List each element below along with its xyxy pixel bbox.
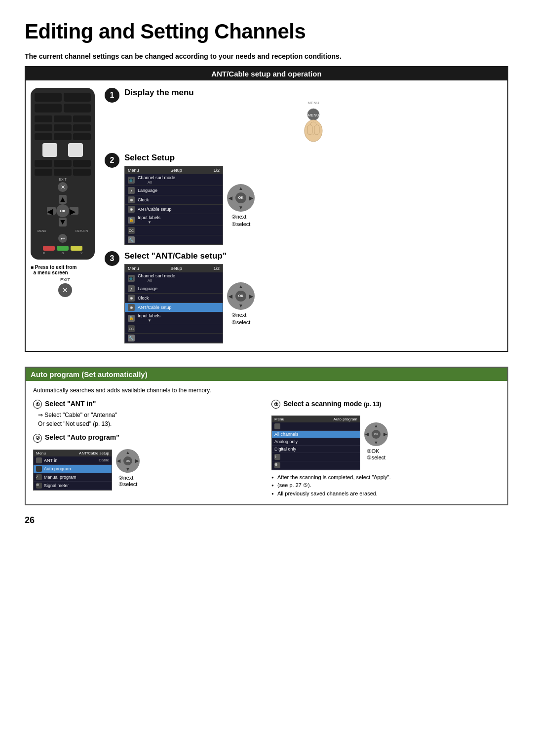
auto-notes: After the scanning is completed, select … — [271, 474, 500, 496]
step-1: 1 Display the menu MENU MENU — [105, 88, 502, 147]
step-2-content: Select Setup Menu Setup 1/2 📺 Channel — [124, 153, 502, 245]
auto-note-3: All previously saved channels are erased… — [271, 491, 500, 496]
step-3-nav-labels: ②next ①select — [231, 312, 251, 326]
menu-row-cc: CC — [125, 226, 223, 235]
remote-control-illustration: EXIT ✕ ▲ ▼ ◀ ▶ OK MENU RETURN — [31, 88, 100, 298]
auto-step1-sub1: Select "Cable" or "Antenna" — [33, 412, 262, 418]
auto-program-section: Auto program (Set automatically) Automat… — [25, 367, 508, 505]
ant-section-header: ANT/Cable setup and operation — [26, 67, 507, 80]
auto-menu-clock-icon: ⊕ — [272, 461, 360, 470]
svg-rect-5 — [314, 125, 319, 135]
menu-row-input-labels: 🔒 Input labels▼ — [125, 214, 223, 226]
step-2-menu-nav: Menu Setup 1/2 📺 Channel surf modeAll ♪ … — [124, 166, 502, 245]
step3-menu-row-ant-selected: ⊕ ANT/Cable setup — [125, 303, 223, 312]
nav-circle-step3: ▲ ▼ ◀ ▶ OK — [227, 282, 255, 310]
page-title: Editing and Setting Channels — [25, 20, 508, 43]
step-2-number: 2 — [105, 153, 119, 168]
step3-menu-row-lang: ♪ Language — [125, 284, 223, 294]
intro-text: The current channel settings can be chan… — [25, 52, 508, 60]
auto-menu-digital: Digital only — [272, 446, 360, 453]
menu-row-clock-1: ⊕ Clock — [125, 195, 223, 205]
auto-step2-title: ② Select "Auto program" — [33, 433, 262, 442]
step-3-title: Select "ANT/Cable setup" — [124, 251, 502, 261]
auto-menu-analog: Analog only — [272, 438, 360, 446]
auto-step1-sub2: Or select "Not used" (p. 13). — [33, 420, 262, 427]
auto-step3-nav: ▲ ▼ ◀ ▶ OK — [364, 422, 388, 446]
auto-step3-nav-labels: ②OK ①select — [367, 448, 386, 461]
step-1-number: 1 — [105, 88, 119, 103]
step-3-menu-nav: Menu Setup 1/2 📺 Channel surf modeAll ♪ … — [124, 264, 502, 343]
svg-text:MENU: MENU — [307, 113, 319, 117]
step3-menu-row-cc: CC — [125, 324, 223, 334]
auto-step2-nav-labels: ②next ①select — [118, 475, 138, 488]
steps-container: 1 Display the menu MENU MENU — [105, 88, 502, 343]
step3-menu-row-clock: ⊕ Clock — [125, 294, 223, 303]
auto-menu-manual-prog: ♪ Manual program — [34, 473, 112, 482]
ant-cable-section: ANT/Cable setup and operation — [25, 66, 508, 352]
auto-desc: Automatically searches and adds availabl… — [33, 387, 500, 394]
svg-rect-4 — [307, 125, 312, 135]
step3-menu-row-input: 🔒 Input labels▼ — [125, 312, 223, 324]
menu-row-ant-cable: ⊕ ANT/Cable setup — [125, 205, 223, 214]
step-2-menu-screen: Menu Setup 1/2 📺 Channel surf modeAll ♪ … — [124, 166, 223, 245]
auto-step2-nav: ▲ ▼ ◀ ▶ OK — [116, 449, 140, 473]
auto-menu-all-channels: All channels — [272, 431, 360, 438]
auto-menu-music-icon: ♪ — [272, 453, 360, 461]
step-1-title: Display the menu — [124, 88, 502, 98]
auto-step2-menu-nav: Menu ANT/Cable setup ANT in Cable Auto p… — [33, 447, 262, 491]
menu-row-channel-surf: 📺 Channel surf modeAll — [125, 174, 223, 186]
auto-menu-signal: ⊕ Signal meter — [34, 482, 112, 490]
menu-button-icon: MENU — [124, 107, 502, 145]
auto-note-1: After the scanning is completed, select … — [271, 474, 500, 480]
step-3: 3 Select "ANT/Cable setup" Menu Setup 1/… — [105, 251, 502, 343]
step-2-title: Select Setup — [124, 153, 502, 163]
auto-step2-menu: Menu ANT/Cable setup ANT in Cable Auto p… — [33, 450, 112, 491]
page-number: 26 — [25, 515, 508, 526]
step-1-content: Display the menu MENU MENU — [124, 88, 502, 147]
auto-step3-menu-nav: Menu Auto program All channels Analog on… — [271, 413, 500, 470]
auto-menu-tv-icon — [272, 422, 360, 431]
step-2-nav-labels: ②next ①select — [231, 214, 251, 227]
step-3-menu-screen: Menu Setup 1/2 📺 Channel surf modeAll ♪ … — [124, 264, 223, 343]
auto-menu-ant-in: ANT in Cable — [34, 456, 112, 465]
auto-section-header: Auto program (Set automatically) — [26, 368, 507, 381]
nav-circle-step2: ▲ ▼ ◀ ▶ OK — [227, 184, 255, 212]
step-3-content: Select "ANT/Cable setup" Menu Setup 1/2 … — [124, 251, 502, 343]
auto-step3-menu: Menu Auto program All channels Analog on… — [271, 416, 360, 470]
auto-right-col: ③ Select a scanning mode (p. 13) Menu Au… — [271, 400, 500, 498]
auto-note-2: (see p. 27 ⑤). — [271, 482, 500, 489]
auto-menu-auto-prog: Auto program — [34, 465, 112, 473]
step-2: 2 Select Setup Menu Setup 1/2 📺 — [105, 153, 502, 245]
auto-left-col: ① Select "ANT in" Select "Cable" or "Ant… — [33, 400, 262, 498]
step3-menu-row-channel: 📺 Channel surf modeAll — [125, 272, 223, 284]
menu-row-language: ♪ Language — [125, 186, 223, 195]
auto-step1-title: ① Select "ANT in" — [33, 400, 262, 409]
menu-row-wrench: 🔧 — [125, 235, 223, 245]
auto-step3-title: ③ Select a scanning mode (p. 13) — [271, 400, 500, 409]
step3-menu-row-wrench: 🔧 — [125, 334, 223, 343]
press-exit-note: ■ Press to exit from a menu screen EXIT … — [31, 265, 100, 297]
step-3-number: 3 — [105, 251, 119, 266]
